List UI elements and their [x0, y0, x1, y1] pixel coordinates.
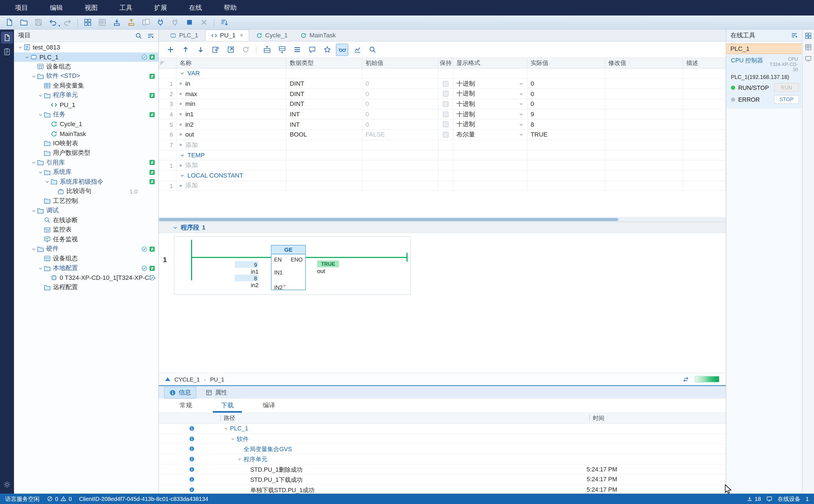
- tree-item-24[interactable]: 0 T324-XP-CD-10_1[T324-XP-CD-10]: [14, 273, 158, 283]
- var-group-row[interactable]: LOCAL CONSTANT: [159, 171, 726, 181]
- subtab-2[interactable]: 下载: [207, 399, 248, 413]
- tree-item-5[interactable]: 程序单元: [14, 90, 158, 100]
- library-view-button[interactable]: [1, 46, 13, 58]
- data-type-cell[interactable]: DINT: [287, 99, 362, 109]
- tree-item-6[interactable]: PU_1: [14, 100, 158, 110]
- initial-value-cell[interactable]: 0: [362, 109, 439, 119]
- refresh-button[interactable]: [239, 43, 252, 56]
- menu-item-5[interactable]: 扩展: [143, 0, 178, 15]
- tree-item-15[interactable]: 比较语句1.0: [14, 187, 158, 196]
- comment-button[interactable]: [306, 43, 318, 56]
- tree-item-23[interactable]: 本地配置: [14, 264, 158, 273]
- expand-panel-icon[interactable]: [165, 377, 170, 381]
- message-row[interactable]: STD.PU_1删除成功5:24:17 PM: [159, 464, 726, 475]
- compare-button[interactable]: [139, 16, 153, 28]
- var-group-row[interactable]: VAR: [159, 69, 726, 79]
- tree-item-8[interactable]: Cycle_1: [14, 119, 158, 129]
- add-variable-row[interactable]: 1添加: [159, 181, 726, 191]
- monitor-button[interactable]: [336, 43, 348, 56]
- tree-item-9[interactable]: MainTask: [14, 129, 158, 139]
- view-menu-button[interactable]: [291, 43, 303, 56]
- panel-tab-1[interactable]: 信息: [164, 387, 196, 398]
- workspace-views-icon[interactable]: [805, 32, 812, 40]
- tree-item-11[interactable]: 用户数据类型: [14, 148, 158, 158]
- tree-item-10[interactable]: IO映射表: [14, 139, 158, 148]
- expander-icon[interactable]: [37, 265, 43, 271]
- expander-icon[interactable]: [44, 179, 50, 184]
- display-format-select[interactable]: 十进制: [453, 120, 527, 130]
- expander-icon[interactable]: [224, 426, 229, 431]
- initial-value-cell[interactable]: 0: [362, 99, 439, 109]
- tree-item-0[interactable]: test_0813: [14, 43, 158, 52]
- expander-icon[interactable]: [31, 208, 36, 213]
- project-explorer-button[interactable]: [1, 32, 13, 44]
- view-options-button[interactable]: [147, 32, 154, 39]
- horizontal-scrollbar[interactable]: [159, 217, 726, 222]
- breadcrumb-item[interactable]: CYCLE_1: [174, 376, 199, 382]
- expander-icon[interactable]: [31, 74, 36, 79]
- variable-row[interactable]: 2maxDINT0十进制0: [159, 89, 726, 99]
- retain-checkbox[interactable]: [443, 132, 448, 137]
- tree-item-21[interactable]: 硬件: [14, 244, 158, 254]
- menu-item-1[interactable]: 项目: [4, 0, 39, 15]
- compile-button[interactable]: [96, 16, 109, 28]
- column-header[interactable]: 显示格式: [453, 58, 527, 68]
- open-project-button[interactable]: [17, 16, 31, 28]
- panel-tab-2[interactable]: 属性: [200, 387, 233, 398]
- variable-row[interactable]: 6outBOOLFALSE布尔量TRUE: [159, 130, 726, 140]
- add-variable-row[interactable]: 1添加: [159, 160, 726, 171]
- ladder-editor[interactable]: 1 GE EN ENO IN1 IN2+ 9 in1 8 in2 TRUE o: [159, 233, 726, 373]
- display-format-select[interactable]: 十进制: [453, 109, 527, 119]
- retain-checkbox[interactable]: [443, 111, 448, 117]
- message-row[interactable]: PLC_1: [159, 424, 726, 434]
- login-button[interactable]: [154, 16, 167, 28]
- initial-value-cell[interactable]: FALSE: [362, 130, 439, 140]
- variable-row[interactable]: 3minDINT0十进制0: [159, 99, 726, 109]
- out-operand[interactable]: out: [317, 268, 325, 274]
- trend-button[interactable]: [351, 43, 363, 56]
- tree-item-25[interactable]: 远程配置: [14, 283, 158, 292]
- tree-item-17[interactable]: 调试: [14, 206, 158, 215]
- collapse-network-icon[interactable]: [172, 224, 178, 230]
- in2-operand[interactable]: in2: [235, 282, 259, 288]
- variable-name[interactable]: in1: [185, 111, 194, 118]
- variable-row[interactable]: 4in1INT0十进制9: [159, 109, 726, 119]
- data-type-cell[interactable]: INT: [287, 120, 362, 130]
- move-down-button[interactable]: [194, 43, 207, 56]
- tree-item-19[interactable]: 监控表: [14, 225, 158, 235]
- insert-row-above-button[interactable]: [261, 43, 273, 56]
- data-type-cell[interactable]: DINT: [287, 79, 362, 88]
- subtab-1[interactable]: 常规: [165, 399, 207, 413]
- menu-item-3[interactable]: 视图: [74, 0, 108, 15]
- column-header[interactable]: 名称: [176, 58, 287, 68]
- tab-PU_1[interactable]: PU_1×: [205, 29, 249, 41]
- tree-item-20[interactable]: 任务监视: [14, 235, 158, 244]
- var-group-row[interactable]: TEMP: [159, 150, 726, 160]
- retain-checkbox[interactable]: [443, 91, 448, 97]
- settings-button[interactable]: [1, 478, 13, 490]
- column-header[interactable]: 描述: [683, 58, 726, 68]
- insert-row-below-button[interactable]: [276, 43, 288, 56]
- menu-item-4[interactable]: 工具: [108, 0, 143, 15]
- display-format-select[interactable]: 十进制: [453, 89, 527, 99]
- tab-MainTask[interactable]: MainTask: [294, 29, 341, 41]
- variable-name[interactable]: out: [185, 131, 194, 138]
- transfer-icon[interactable]: [682, 376, 690, 383]
- online-device-item[interactable]: PLC_1: [726, 44, 802, 54]
- message-row[interactable]: STD.PU_1下载成功5:24:17 PM: [159, 475, 726, 485]
- new-project-button[interactable]: [3, 16, 16, 28]
- expander-icon[interactable]: [237, 457, 242, 462]
- add-row-label[interactable]: 添加: [185, 140, 198, 149]
- time-column-header[interactable]: 时间: [589, 415, 604, 421]
- expander-icon[interactable]: [37, 93, 43, 98]
- breadcrumb-item[interactable]: PU_1: [210, 376, 225, 382]
- library-manager-button[interactable]: [81, 16, 94, 28]
- close-tab-icon[interactable]: ×: [240, 32, 244, 39]
- data-type-cell[interactable]: DINT: [287, 89, 362, 99]
- tree-item-14[interactable]: 系统库初级指令: [14, 177, 158, 187]
- variable-name[interactable]: in2: [185, 121, 194, 128]
- tree-item-16[interactable]: 工艺控制: [14, 196, 158, 206]
- monitor-icon[interactable]: [805, 55, 812, 62]
- data-type-cell[interactable]: INT: [287, 109, 362, 119]
- message-row[interactable]: 单独下载STD.PU_1成功5:24:17 PM: [159, 485, 726, 494]
